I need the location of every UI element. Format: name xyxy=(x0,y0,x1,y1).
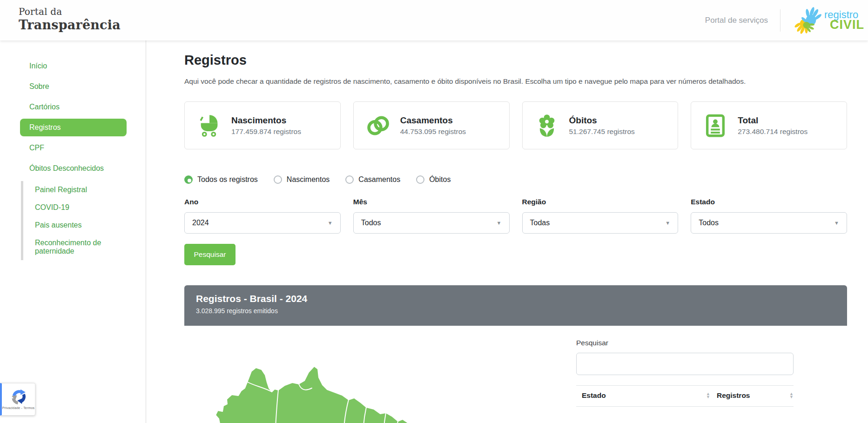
card-title: Total xyxy=(738,115,807,126)
filter-label-estado: Estado xyxy=(691,198,847,206)
top-bar: Portal da Transparência Portal de serviç… xyxy=(0,0,868,40)
radio-label: Todos os registros xyxy=(197,175,258,184)
select-value: Todos xyxy=(699,219,719,227)
chevron-down-icon: ▼ xyxy=(497,220,502,226)
results-panel-header: Registros - Brasil - 2024 3.028.995 regi… xyxy=(184,285,847,326)
chevron-down-icon: ▼ xyxy=(834,220,839,226)
radio-circle-icon xyxy=(345,175,354,184)
column-header-estado[interactable]: Estado ▲▼ xyxy=(582,391,717,400)
recaptcha-privacy-terms[interactable]: Privacidade - Termos xyxy=(2,406,35,410)
sidebar-subgroup: Painel Registral COVID-19 Pais ausentes … xyxy=(21,181,146,260)
sidebar-item-registros[interactable]: Registros xyxy=(20,119,127,136)
sidebar-item-cpf[interactable]: CPF xyxy=(20,139,127,157)
card-title: Óbitos xyxy=(569,115,635,126)
radio-obitos[interactable]: Óbitos xyxy=(416,175,451,184)
card-value: 44.753.095 registros xyxy=(400,128,466,136)
sidebar-item-covid19[interactable]: COVID-19 xyxy=(23,199,140,216)
radio-circle-icon xyxy=(274,175,282,184)
stroller-icon xyxy=(197,114,221,138)
card-casamentos[interactable]: Casamentos 44.753.095 registros xyxy=(353,101,510,149)
recaptcha-icon xyxy=(11,389,27,405)
radio-circle-icon xyxy=(184,175,193,184)
page-description: Aqui você pode checar a quantidade de re… xyxy=(184,77,847,86)
card-value: 177.459.874 registros xyxy=(231,128,301,136)
pesquisar-button[interactable]: Pesquisar xyxy=(184,244,236,265)
filter-label-regiao: Região xyxy=(522,198,679,206)
main-content: Registros Aqui você pode checar a quanti… xyxy=(184,40,847,423)
sidebar-nav: Início Sobre Cartórios Registros CPF Óbi… xyxy=(0,40,146,423)
record-type-radio-group: Todos os registros Nascimentos Casamento… xyxy=(184,175,847,184)
radio-nascimentos[interactable]: Nascimentos xyxy=(274,175,330,184)
table-search-label: Pesquisar xyxy=(576,339,794,347)
card-title: Casamentos xyxy=(400,115,466,126)
radio-casamentos[interactable]: Casamentos xyxy=(345,175,400,184)
logo-line1: Portal da xyxy=(19,6,121,17)
select-value: Todas xyxy=(530,219,550,227)
card-nascimentos[interactable]: Nascimentos 177.459.874 registros xyxy=(184,101,341,149)
card-title: Nascimentos xyxy=(231,115,301,126)
flower-icon xyxy=(535,114,559,138)
results-subtitle: 3.028.995 registros emitidos xyxy=(196,307,835,315)
column-header-registros[interactable]: Registros ▲▼ xyxy=(717,391,794,400)
page-title: Registros xyxy=(184,53,847,68)
mes-select[interactable]: Todos ▼ xyxy=(353,212,510,234)
brand-civil-text: CIVIL xyxy=(830,19,864,31)
hands-icon xyxy=(793,6,826,35)
table-header-row: Estado ▲▼ Registros ▲▼ xyxy=(576,386,794,407)
card-value: 51.267.745 registros xyxy=(569,128,635,136)
filters-row: Ano 2024 ▼ Mês Todos ▼ Região Todas ▼ Es… xyxy=(184,198,847,234)
select-value: 2024 xyxy=(192,219,209,227)
rings-icon xyxy=(366,114,390,138)
sidebar-item-sobre[interactable]: Sobre xyxy=(20,78,127,95)
header-divider xyxy=(780,9,781,32)
sidebar-item-pais-ausentes[interactable]: Pais ausentes xyxy=(23,216,140,234)
portal-transparencia-logo[interactable]: Portal da Transparência xyxy=(19,6,121,32)
ano-select[interactable]: 2024 ▼ xyxy=(184,212,341,234)
chevron-down-icon: ▼ xyxy=(665,220,670,226)
sort-icon[interactable]: ▲▼ xyxy=(789,392,794,399)
table-search-input[interactable] xyxy=(576,353,794,375)
radio-todos-os-registros[interactable]: Todos os registros xyxy=(184,175,258,184)
stat-cards-row: Nascimentos 177.459.874 registros Casame… xyxy=(184,101,847,149)
state-table-area: Pesquisar Estado ▲▼ Registros ▲▼ xyxy=(576,339,794,407)
radio-label: Óbitos xyxy=(429,175,451,184)
radio-circle-icon xyxy=(416,175,424,184)
logo-line2: Transparência xyxy=(19,18,121,32)
results-panel: Registros - Brasil - 2024 3.028.995 regi… xyxy=(184,285,847,423)
chevron-down-icon: ▼ xyxy=(328,220,333,226)
portal-servicos-link[interactable]: Portal de serviços xyxy=(705,16,768,25)
results-title: Registros - Brasil - 2024 xyxy=(196,293,835,304)
sidebar-item-reconhecimento-paternidade[interactable]: Reconhecimento de paternidade xyxy=(23,234,140,260)
sidebar-item-painel-registral[interactable]: Painel Registral xyxy=(23,181,140,199)
sidebar-item-cartorios[interactable]: Cartórios xyxy=(20,98,127,116)
select-value: Todos xyxy=(361,219,381,227)
brazil-map-shape xyxy=(215,366,409,423)
registro-civil-logo[interactable]: registro CIVIL xyxy=(793,6,865,35)
filter-label-ano: Ano xyxy=(184,198,341,206)
sidebar-item-obitos-desconhecidos[interactable]: Óbitos Desconhecidos xyxy=(20,160,127,177)
card-total[interactable]: Total 273.480.714 registros xyxy=(691,101,847,149)
sort-icon[interactable]: ▲▼ xyxy=(706,392,710,399)
brazil-map[interactable] xyxy=(200,358,433,423)
filter-label-mes: Mês xyxy=(353,198,510,206)
radio-label: Nascimentos xyxy=(287,175,330,184)
estado-select[interactable]: Todos ▼ xyxy=(691,212,847,234)
card-value: 273.480.714 registros xyxy=(738,128,807,136)
recaptcha-badge[interactable]: Privacidade - Termos xyxy=(0,383,35,416)
regiao-select[interactable]: Todas ▼ xyxy=(522,212,679,234)
results-panel-body: Pesquisar Estado ▲▼ Registros ▲▼ xyxy=(184,326,847,423)
radio-label: Casamentos xyxy=(358,175,400,184)
card-obitos[interactable]: Óbitos 51.267.745 registros xyxy=(522,101,679,149)
id-card-icon xyxy=(703,114,727,138)
sidebar-item-inicio[interactable]: Início xyxy=(20,57,127,75)
